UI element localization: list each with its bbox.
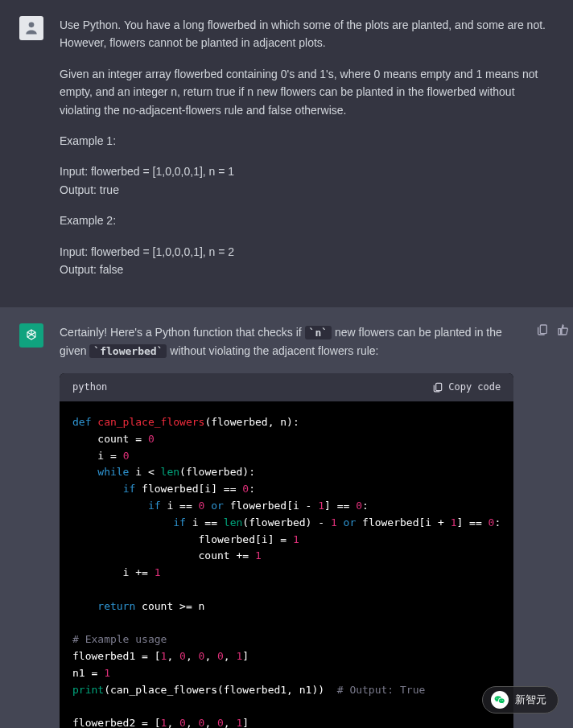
assistant-intro: Certainly! Here's a Python function that… bbox=[60, 323, 513, 360]
message-actions bbox=[536, 323, 573, 728]
thumbs-up-icon[interactable] bbox=[557, 323, 570, 336]
code-language-label: python bbox=[72, 380, 107, 395]
text: Certainly! Here's a Python function that… bbox=[60, 326, 305, 339]
code-block: python Copy code def can_place_flowers(f… bbox=[60, 373, 513, 728]
assistant-message: Certainly! Here's a Python function that… bbox=[0, 307, 573, 728]
watermark-text: 新智元 bbox=[515, 692, 546, 709]
user-paragraph: Input: flowerbed = [1,0,0,0,1], n = 1 Ou… bbox=[60, 162, 554, 199]
user-avatar bbox=[19, 16, 43, 40]
code-header: python Copy code bbox=[60, 373, 513, 401]
user-paragraph: Use Python. You have a long flowerbed in… bbox=[60, 16, 554, 52]
person-icon bbox=[23, 20, 39, 36]
svg-rect-1 bbox=[436, 384, 442, 391]
user-paragraph: Input: flowerbed = [1,0,0,0,1], n = 2 Ou… bbox=[60, 243, 554, 279]
svg-point-0 bbox=[29, 23, 35, 28]
user-message: Use Python. You have a long flowerbed in… bbox=[0, 0, 573, 307]
copy-code-label: Copy code bbox=[448, 380, 501, 395]
openai-icon bbox=[23, 327, 39, 343]
inline-code-flowerbed: `flowerbed` bbox=[89, 344, 167, 358]
user-paragraph: Given an integer array flowerbed contain… bbox=[60, 65, 554, 119]
assistant-content: Certainly! Here's a Python function that… bbox=[60, 323, 513, 728]
user-paragraph: Example 2: bbox=[60, 212, 554, 229]
clipboard-icon bbox=[432, 381, 443, 393]
svg-rect-2 bbox=[541, 325, 547, 334]
clipboard-icon[interactable] bbox=[536, 323, 549, 336]
code-body[interactable]: def can_place_flowers(flowerbed, n): cou… bbox=[60, 401, 513, 728]
user-paragraph: Example 1: bbox=[60, 132, 554, 150]
inline-code-n: `n` bbox=[305, 326, 332, 339]
text: without violating the adjacent flowers r… bbox=[167, 344, 378, 357]
user-content: Use Python. You have a long flowerbed in… bbox=[60, 16, 554, 291]
watermark-badge: 新智元 bbox=[482, 686, 559, 714]
wechat-icon bbox=[491, 691, 509, 709]
assistant-avatar bbox=[19, 323, 43, 348]
copy-code-button[interactable]: Copy code bbox=[432, 380, 501, 395]
